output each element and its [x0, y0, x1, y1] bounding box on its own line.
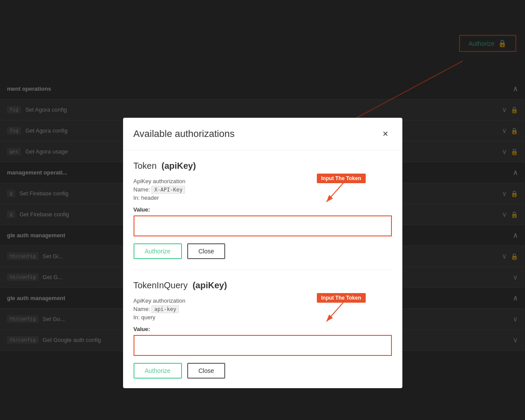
modal-title: Available authorizations [134, 128, 235, 140]
tokeninquery-close-button[interactable]: Close [187, 363, 226, 379]
api-key-location: header [141, 195, 159, 201]
modal-body: Token (apiKey) ApiKey authorization Name… [123, 150, 402, 388]
section-info-type: ApiKey authorization [134, 297, 392, 304]
token-close-button[interactable]: Close [187, 243, 226, 259]
modal-overlay: Available authorizations × Token (apiKey… [0, 0, 525, 420]
section-info-name: Name: api-key [134, 306, 392, 312]
token-btn-row: Authorize Close [134, 243, 392, 259]
tokeninquery-value-input[interactable] [139, 340, 387, 351]
value-input-wrapper-query [134, 335, 392, 356]
token-value-input[interactable] [139, 221, 387, 231]
section-title-token: Token (apiKey) [134, 161, 392, 171]
tokeninquery-btn-row: Authorize Close [134, 363, 392, 379]
value-label: Value: [134, 326, 392, 332]
section-info-in: In: query [134, 314, 392, 321]
value-input-wrapper [134, 215, 392, 236]
modal-header: Available authorizations × [123, 118, 402, 150]
available-authorizations-modal: Available authorizations × Token (apiKey… [123, 118, 402, 388]
value-label: Value: [134, 206, 392, 213]
section-info-type: ApiKey authorization [134, 178, 392, 184]
token-authorize-button[interactable]: Authorize [134, 243, 182, 259]
api-key-name-query: api-key [151, 305, 179, 313]
section-info-name: Name: X-API-Key [134, 186, 392, 193]
api-key-location-query: query [141, 314, 156, 321]
token-apikey-section: Token (apiKey) ApiKey authorization Name… [134, 161, 392, 259]
section-title-regular: Token [134, 161, 157, 171]
section-title-bold: (apiKey) [192, 280, 227, 290]
section-title-tokeninquery: TokenInQuery (apiKey) [134, 280, 392, 290]
tokeninquery-apikey-section: TokenInQuery (apiKey) ApiKey authorizati… [134, 270, 392, 379]
modal-close-button[interactable]: × [379, 126, 392, 141]
tokeninquery-authorize-button[interactable]: Authorize [134, 363, 182, 379]
value-field-token: Value: [134, 206, 392, 236]
section-info-in: In: header [134, 195, 392, 201]
section-title-regular: TokenInQuery [134, 280, 188, 290]
section-title-bold: (apiKey) [161, 161, 196, 171]
value-field-tokeninquery: Value: [134, 326, 392, 356]
api-key-name: X-API-Key [151, 186, 185, 194]
